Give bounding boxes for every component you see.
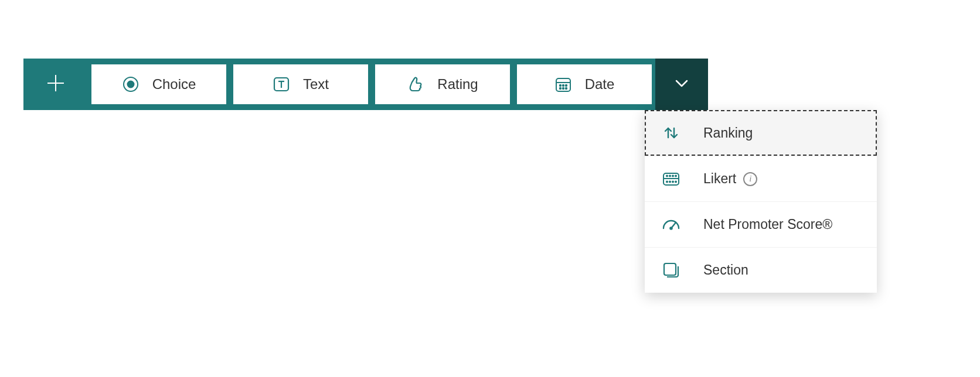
svg-point-26 [675,181,676,182]
question-type-text-button[interactable]: Text [233,64,368,104]
menu-item-label: Ranking [703,125,753,141]
svg-point-14 [565,88,566,89]
calendar-icon [554,76,572,93]
question-type-date-button[interactable]: Date [517,64,652,104]
thumb-icon [407,76,424,93]
svg-point-22 [675,175,676,176]
radio-icon [122,76,139,93]
menu-item-ranking[interactable]: Ranking [645,110,877,156]
question-type-toolbar: Choice Text Rating [23,59,708,110]
more-question-types-button[interactable] [655,59,708,110]
menu-item-label: Likert i [703,171,757,187]
svg-point-21 [672,175,673,176]
question-type-label: Text [303,76,329,92]
section-icon [661,261,681,280]
svg-point-19 [666,175,668,176]
svg-point-28 [670,227,672,229]
svg-rect-29 [664,263,676,275]
svg-point-12 [559,88,560,89]
gauge-icon [661,217,681,233]
svg-point-20 [669,175,671,176]
svg-point-23 [666,181,668,182]
svg-point-25 [672,181,673,182]
svg-point-10 [562,85,563,86]
menu-item-label: Section [703,262,748,278]
likert-icon [661,170,681,188]
svg-point-11 [565,85,566,86]
more-question-types-dropdown: Ranking Likert i [645,110,877,293]
text-icon [273,76,290,93]
svg-point-3 [127,81,134,88]
question-type-label: Choice [152,76,196,92]
plus-icon [46,73,66,95]
menu-item-nps[interactable]: Net Promoter Score® [645,201,877,247]
question-type-label: Date [585,76,615,92]
svg-point-24 [669,181,671,182]
question-type-rating-button[interactable]: Rating [375,64,510,104]
question-type-choice-button[interactable]: Choice [91,64,226,104]
menu-item-section[interactable]: Section [645,247,877,293]
ranking-icon [661,124,681,142]
menu-item-label: Net Promoter Score® [703,217,832,232]
question-type-label: Rating [437,76,478,92]
svg-point-13 [562,88,563,89]
svg-point-9 [559,85,560,86]
chevron-down-icon [673,75,690,94]
add-question-button[interactable] [23,59,88,110]
info-icon: i [743,172,757,186]
menu-item-likert[interactable]: Likert i [645,156,877,201]
